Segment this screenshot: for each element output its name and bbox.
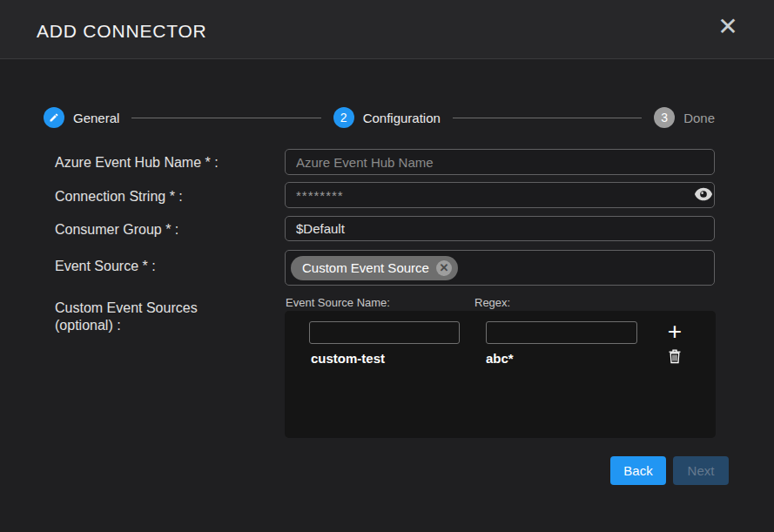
step-general-label: General xyxy=(73,111,119,125)
step-done-label: Done xyxy=(683,111,715,125)
wizard-stepper: General 2 Configuration 3 Done xyxy=(44,107,715,128)
step-2-badge: 2 xyxy=(333,107,354,128)
pencil-icon xyxy=(44,107,64,128)
step-done: 3 Done xyxy=(654,107,715,128)
step-connector-line-1 xyxy=(131,118,320,118)
column-header-regex: Regex: xyxy=(474,296,510,309)
next-button[interactable]: Next xyxy=(673,456,729,485)
connection-string-input[interactable] xyxy=(285,182,715,208)
consumer-group-input[interactable] xyxy=(285,216,715,241)
step-connector-line-2 xyxy=(453,118,642,118)
step-configuration[interactable]: 2 Configuration xyxy=(333,107,441,128)
new-regex-input[interactable] xyxy=(486,321,637,344)
add-connector-dialog: ADD CONNECTOR ✕ General 2 Configuration … xyxy=(0,0,774,532)
new-event-source-name-input[interactable] xyxy=(309,321,460,344)
add-icon[interactable]: + xyxy=(662,318,688,346)
connection-string-label: Connection String * : xyxy=(55,189,183,205)
step-3-badge: 3 xyxy=(654,107,675,128)
custom-event-sources-label-line1: Custom Event Sources xyxy=(55,300,198,317)
eye-icon[interactable] xyxy=(692,187,715,203)
step-general[interactable]: General xyxy=(44,107,119,128)
event-source-input[interactable]: Custom Event Source ✕ xyxy=(285,250,715,286)
step-configuration-label: Configuration xyxy=(363,111,441,125)
azure-event-hub-name-input[interactable] xyxy=(285,149,715,175)
custom-event-sources-label-line2: (optional) : xyxy=(55,317,121,334)
azure-event-hub-name-label: Azure Event Hub Name * : xyxy=(55,155,219,171)
event-source-label: Event Source * : xyxy=(55,259,156,274)
dialog-title: ADD CONNECTOR xyxy=(37,21,207,42)
event-source-chip: Custom Event Source ✕ xyxy=(291,256,458,280)
event-source-row-name: custom-test xyxy=(311,351,385,366)
event-source-chip-label: Custom Event Source xyxy=(302,260,429,275)
back-button[interactable]: Back xyxy=(610,456,666,485)
chip-remove-icon[interactable]: ✕ xyxy=(436,260,452,276)
dialog-header: ADD CONNECTOR ✕ xyxy=(0,0,774,59)
column-header-event-source-name: Event Source Name: xyxy=(286,296,390,309)
close-icon[interactable]: ✕ xyxy=(715,12,741,42)
trash-icon[interactable] xyxy=(666,349,683,367)
consumer-group-label: Consumer Group * : xyxy=(55,222,178,238)
custom-event-sources-panel: + custom-test abc* xyxy=(285,311,716,438)
event-source-row-regex: abc* xyxy=(486,351,514,366)
